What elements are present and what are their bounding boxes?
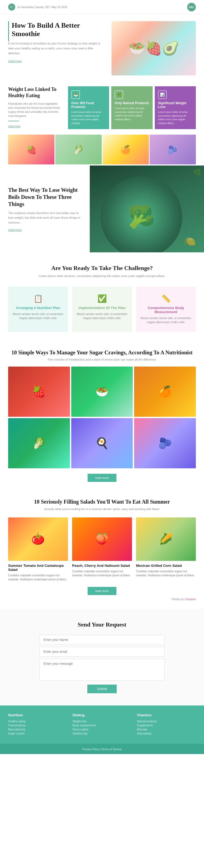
best-way-section: The Best Way To Lose Weight Boils Down T… — [0, 165, 204, 252]
salad-name-3: Mexican Grilled Corn Salad — [136, 564, 196, 568]
best-way-title: The Best Way To Lose Weight Boils Down T… — [8, 186, 82, 208]
challenge-section: Are You Ready To Take The Challenge? Lor… — [0, 252, 204, 344]
photos-credit: Photos by Unsplash — [8, 598, 196, 601]
sugar-img-6: 🫐 — [134, 418, 196, 468]
footer-link-3-3[interactable]: Minerals — [137, 728, 196, 731]
measurement-card: 📏 Comprehensive Body Measurement Mauris … — [136, 286, 196, 332]
weight-cards: 🥗 Over 300 Food Products Lorem ipsum dol… — [68, 86, 196, 129]
sugar-read-more-button[interactable]: read more — [87, 474, 117, 482]
nutrition-card-title: Arranging A Nutrition Plan — [12, 306, 64, 310]
salad-item-1: 🍅 Summer Tomato And Cantaloupe Salad Cur… — [8, 518, 68, 582]
salad-img-2: 🍑 — [72, 518, 132, 561]
sugar-img-1: 🍓 — [8, 367, 70, 417]
card1-title: Over 300 Food Products — [71, 101, 106, 109]
footer-col-3: Vitamins Natural products Supplements Mi… — [137, 713, 196, 736]
salad-desc-3: Curabitur vulputate consectetur augue no… — [136, 569, 196, 578]
food-photo-3: 🍊 — [103, 134, 149, 164]
logo: NRC — [187, 3, 196, 11]
footer-link-2-4[interactable]: Nutrition tips — [73, 732, 132, 735]
name-input[interactable] — [40, 635, 164, 645]
sugar-img-2: 🥗 — [71, 367, 133, 417]
sugar-header: 10 Simple Ways To Manage Your Sugar Crav… — [8, 349, 196, 361]
footer-title-2: Dieting — [73, 713, 132, 717]
author-text: by Samantha Cassety, RD / May 26 2018 — [18, 6, 67, 9]
footer-title-3: Vitamins — [137, 713, 196, 717]
best-way-text-box: The Best Way To Lose Weight Boils Down T… — [0, 165, 90, 252]
sugar-grid: 🍓 🥗 🍊 🥬 🍳 🫐 — [8, 367, 196, 468]
weight-desc: Participants who ate the most vegetables… — [8, 102, 62, 118]
author-info: SC by Samantha Cassety, RD / May 26 2018 — [8, 3, 67, 10]
salad-name-2: Peach, Cherry And Halloumi Salad — [72, 564, 132, 568]
footer-link-1-3[interactable]: Meal planning — [8, 728, 67, 731]
photos-link[interactable]: Unsplash — [184, 598, 196, 601]
weight-loss-card: 📊 Significant Weight Loss Lorem ipsum do… — [155, 86, 196, 129]
card1-text: Lorem ipsum dolor sit amet, consectetur … — [71, 111, 106, 125]
footer-link-1-1[interactable]: Healthy eating — [8, 720, 67, 723]
sugar-subtitle: Five minutes of mindfulness and a dash o… — [8, 358, 196, 361]
photos-by-text: Photos by — [172, 598, 184, 601]
hero-content: How To Build A Better Smoothie If you're… — [8, 21, 106, 75]
footer-link-2-2[interactable]: Body measurement — [73, 724, 132, 727]
footer-link-3-2[interactable]: Supplements — [137, 724, 196, 727]
weight-text: Weight Loss Linked To Healthy Eating Par… — [8, 86, 62, 128]
salad-desc-1: Curabitur vulputate consectetur augue no… — [8, 573, 68, 582]
food-products-card: 🥗 Over 300 Food Products Lorem ipsum dol… — [68, 86, 109, 129]
salads-subtitle: Exactly what you're looking for in a sum… — [8, 507, 196, 510]
implementation-icon: ✅ — [76, 294, 128, 303]
best-way-read-more[interactable]: read more — [8, 228, 82, 231]
footer-link-3-4[interactable]: Antioxidants — [137, 732, 196, 735]
footer-link-2-3[interactable]: Fitness plans — [73, 728, 132, 731]
message-textarea[interactable] — [40, 659, 164, 681]
food-photo-2: 🥬 — [55, 134, 101, 164]
weight-read-more[interactable]: read more — [8, 125, 21, 128]
footer-link-2-1[interactable]: Weight loss — [73, 720, 132, 723]
implementation-card-text: Mauris semper auctor odio, ut consectetu… — [76, 312, 128, 320]
salad-name-1: Summer Tomato And Cantaloupe Salad — [8, 564, 68, 572]
salads-grid: 🍅 Summer Tomato And Cantaloupe Salad Cur… — [8, 518, 196, 582]
hero-read-more[interactable]: read more — [8, 59, 22, 63]
hero-description: If you're turning to smoothies as part o… — [8, 41, 106, 56]
footer-bottom: Privacy Policy | Terms of Service — [0, 744, 204, 754]
salad-item-2: 🍑 Peach, Cherry And Halloumi Salad Curab… — [72, 518, 132, 582]
sugar-title: 10 Simple Ways To Manage Your Sugar Crav… — [8, 349, 196, 356]
footer-title-1: Nutrition — [8, 713, 67, 717]
salads-read-more-button[interactable]: read more — [87, 587, 117, 595]
weight-title: Weight Loss Linked To Healthy Eating — [8, 86, 62, 99]
sugar-img-4: 🥬 — [8, 418, 70, 468]
card3-icon: 📊 — [158, 90, 167, 99]
salad-img-3: 🌽 — [136, 518, 196, 561]
salad-desc-2: Curabitur vulputate consectetur augue no… — [72, 569, 132, 578]
measurement-icon: 📏 — [140, 294, 192, 303]
underline-accent — [8, 121, 19, 121]
card2-title: Only Natural Products — [114, 101, 149, 105]
challenge-cards: 📋 Arranging A Nutrition Plan Mauris semp… — [8, 286, 196, 332]
footer-col-1: Nutrition Healthy eating Food products M… — [8, 713, 67, 736]
email-input[interactable] — [40, 647, 164, 657]
food-photos-row: 🍓 🥬 🍊 🫐 — [0, 134, 204, 164]
footer-link-1-2[interactable]: Food products — [8, 724, 67, 727]
challenge-subtitle: Lorem ipsum dolor sit amet, consectetur … — [8, 274, 196, 278]
footer-link-3-1[interactable]: Natural products — [137, 720, 196, 723]
nutrition-plan-card: 📋 Arranging A Nutrition Plan Mauris semp… — [8, 286, 68, 332]
measurement-card-title: Comprehensive Body Measurement — [140, 306, 192, 314]
food-photo-4: 🫐 — [150, 134, 196, 164]
hero-image: 🥗🍓🥑 — [111, 21, 196, 75]
footer-link-1-4[interactable]: Sugar control — [8, 732, 67, 735]
salads-title: 10 Seriously Filling Salads You'll Want … — [8, 498, 196, 505]
card3-title: Significant Weight Loss — [158, 101, 193, 109]
hero-accent-bar — [8, 21, 9, 41]
sugar-img-5: 🍳 — [71, 418, 133, 468]
footer-col-2: Dieting Weight loss Body measurement Fit… — [73, 713, 132, 736]
submit-button[interactable]: Submit — [87, 685, 117, 693]
sugar-section: 10 Simple Ways To Manage Your Sugar Crav… — [0, 344, 204, 490]
salad-img-1: 🍅 — [8, 518, 68, 561]
contact-title: Send Your Request — [8, 621, 196, 628]
implementation-card: ✅ Implementation Of The Plan Mauris semp… — [72, 286, 132, 332]
nutrition-icon: 📋 — [12, 294, 64, 303]
salads-section: 10 Seriously Filling Salads You'll Want … — [0, 490, 204, 609]
card3-text: Lorem ipsum dolor sit amet, consectetur … — [158, 111, 193, 125]
card2-text: Lorem ipsum dolor sit amet, consectetur … — [114, 106, 149, 121]
card1-icon: 🥗 — [71, 90, 80, 99]
contact-section: Send Your Request Submit — [0, 609, 204, 706]
contact-form: Submit — [40, 635, 164, 693]
